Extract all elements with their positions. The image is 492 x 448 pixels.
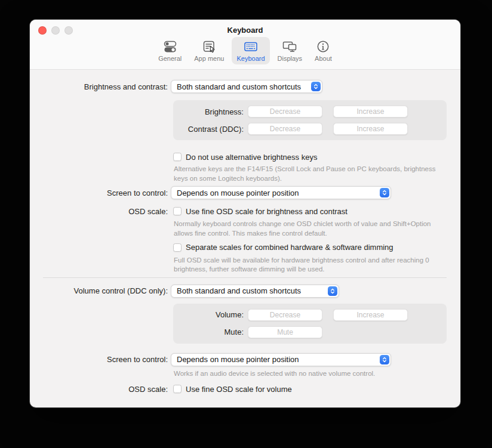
volume-control-label: Volume control (DDC only): bbox=[30, 286, 168, 295]
toolbar-tabs: General App menu bbox=[30, 37, 460, 64]
brightness-shortcuts-panel: Brightness: Decrease Increase Contrast (… bbox=[173, 100, 447, 140]
volume-label: Volume: bbox=[173, 310, 244, 319]
separate-scales-checkbox[interactable] bbox=[173, 243, 182, 252]
keyboard-pane: Brightness and contrast: Both standard a… bbox=[30, 70, 460, 394]
tab-app-menu-label: App menu bbox=[194, 55, 224, 62]
mute-label: Mute: bbox=[173, 327, 244, 336]
alt-keys-checkbox-label: Do not use alternative brightness keys bbox=[186, 153, 317, 162]
volume-control-row: Volume control (DDC only): Both standard… bbox=[30, 285, 460, 298]
screen-to-control-label: Screen to control: bbox=[30, 189, 168, 197]
volume-screen-select-value: Depends on mouse pointer position bbox=[171, 355, 390, 364]
volume-fine-osd-checkbox-label: Use fine OSD scale for volume bbox=[186, 385, 292, 394]
volume-increase-button[interactable]: Increase bbox=[333, 309, 408, 321]
brightness-panel-row: Brightness: Decrease Increase Contrast (… bbox=[30, 100, 460, 140]
tab-app-menu[interactable]: App menu bbox=[189, 37, 229, 64]
tab-general-label: General bbox=[158, 55, 182, 62]
brightness-decrease-button[interactable]: Decrease bbox=[248, 106, 322, 118]
chevron-up-down-icon bbox=[380, 355, 389, 364]
separate-scales-checkbox-label: Separate scales for combined hardware & … bbox=[186, 243, 393, 252]
contrast-decrease-button[interactable]: Decrease bbox=[248, 123, 322, 135]
fine-osd-help-row: Normally keyboard controls change one OS… bbox=[30, 220, 460, 238]
keyboard-icon bbox=[243, 38, 259, 55]
volume-osd-label: OSD scale: bbox=[30, 385, 168, 394]
fine-osd-checkbox[interactable] bbox=[173, 207, 182, 215]
menu-document-icon bbox=[201, 38, 217, 55]
volume-control-select-value: Both standard and custom shortcuts bbox=[171, 286, 339, 295]
volume-screen-row: Screen to control: Depends on mouse poin… bbox=[30, 353, 460, 366]
brightness-contrast-select-value: Both standard and custom shortcuts bbox=[171, 82, 322, 91]
info-icon bbox=[315, 38, 331, 55]
window-title: Keyboard bbox=[30, 26, 460, 35]
volume-panel-row: Volume: Decrease Increase Mute: Mute bbox=[30, 304, 460, 344]
alt-keys-row: Do not use alternative brightness keys bbox=[30, 152, 460, 162]
displays-icon bbox=[281, 38, 298, 55]
tab-keyboard-label: Keyboard bbox=[236, 55, 265, 62]
volume-fine-osd-checkbox[interactable] bbox=[173, 385, 182, 393]
screen-to-control-select-value: Depends on mouse pointer position bbox=[171, 189, 390, 197]
brightness-shortcut-row: Brightness: Decrease Increase bbox=[173, 105, 447, 118]
contrast-increase-button[interactable]: Increase bbox=[333, 123, 408, 135]
brightness-increase-button[interactable]: Increase bbox=[333, 106, 408, 118]
title-bar: Keyboard General bbox=[30, 20, 460, 70]
fine-osd-help-text: Normally keyboard controls change one OS… bbox=[174, 220, 448, 238]
separate-scales-help-row: Full OSD scale will be available for har… bbox=[30, 256, 460, 274]
brightness-contrast-row: Brightness and contrast: Both standard a… bbox=[30, 80, 460, 93]
toggles-icon bbox=[162, 38, 178, 55]
volume-osd-row: OSD scale: Use fine OSD scale for volume bbox=[30, 384, 460, 394]
volume-decrease-button[interactable]: Decrease bbox=[248, 309, 322, 321]
tab-displays[interactable]: Displays bbox=[273, 37, 308, 64]
tab-about[interactable]: About bbox=[310, 37, 337, 64]
section-divider bbox=[43, 277, 447, 278]
volume-screen-label: Screen to control: bbox=[30, 355, 168, 364]
tab-displays-label: Displays bbox=[278, 55, 303, 62]
volume-screen-help-text: Works if an audio device is selected wit… bbox=[174, 369, 448, 379]
chevron-up-down-icon bbox=[328, 286, 337, 296]
screen-to-control-row: Screen to control: Depends on mouse poin… bbox=[30, 186, 460, 199]
volume-shortcut-row: Volume: Decrease Increase bbox=[173, 308, 447, 322]
mute-shortcut-row: Mute: Mute bbox=[173, 326, 447, 339]
brightness-label: Brightness: bbox=[173, 107, 244, 116]
volume-screen-help-row: Works if an audio device is selected wit… bbox=[30, 369, 460, 379]
screen-to-control-select[interactable]: Depends on mouse pointer position bbox=[171, 186, 391, 199]
separate-scales-help-text: Full OSD scale will be available for har… bbox=[174, 256, 448, 274]
alt-keys-help-text: Alternative keys are the F14/F15 (Scroll… bbox=[174, 165, 448, 183]
brightness-contrast-label: Brightness and contrast: bbox=[30, 82, 168, 91]
separate-scales-row: Separate scales for combined hardware & … bbox=[30, 243, 460, 252]
fine-osd-checkbox-label: Use fine OSD scale for brightness and co… bbox=[186, 207, 348, 216]
osd-scale-row: OSD scale: Use fine OSD scale for bright… bbox=[30, 206, 460, 216]
brightness-contrast-select[interactable]: Both standard and custom shortcuts bbox=[171, 80, 322, 93]
volume-screen-select[interactable]: Depends on mouse pointer position bbox=[171, 353, 391, 366]
alt-keys-help-row: Alternative keys are the F14/F15 (Scroll… bbox=[30, 165, 460, 183]
contrast-label: Contrast (DDC): bbox=[173, 125, 244, 134]
volume-shortcuts-panel: Volume: Decrease Increase Mute: Mute bbox=[173, 304, 447, 344]
alt-keys-checkbox[interactable] bbox=[173, 153, 182, 161]
osd-scale-label: OSD scale: bbox=[30, 207, 168, 216]
chevron-up-down-icon bbox=[380, 188, 389, 197]
preferences-window: Keyboard General bbox=[30, 20, 460, 407]
mute-button[interactable]: Mute bbox=[248, 326, 322, 338]
contrast-shortcut-row: Contrast (DDC): Decrease Increase bbox=[173, 122, 447, 135]
tab-about-label: About bbox=[315, 55, 332, 62]
tab-general[interactable]: General bbox=[153, 37, 186, 64]
chevron-up-down-icon bbox=[311, 82, 321, 91]
tab-keyboard[interactable]: Keyboard bbox=[232, 37, 269, 64]
volume-control-select[interactable]: Both standard and custom shortcuts bbox=[171, 285, 339, 298]
